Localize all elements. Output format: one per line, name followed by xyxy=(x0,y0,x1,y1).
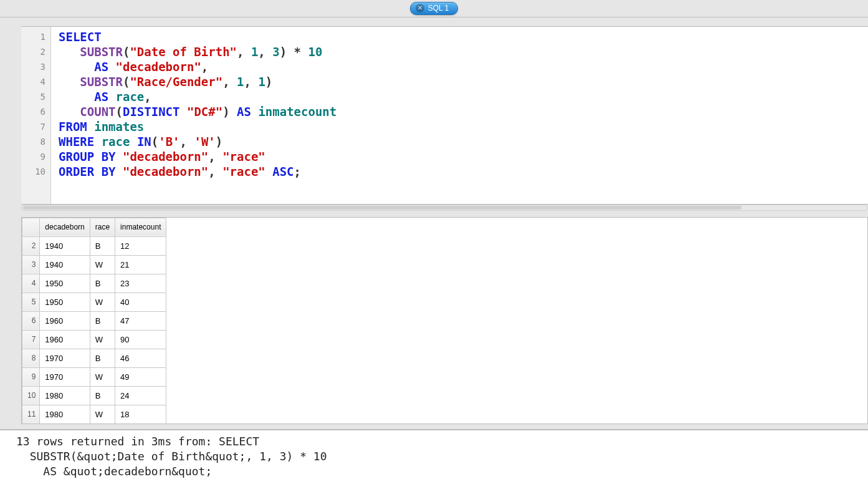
cell[interactable]: 46 xyxy=(115,349,166,367)
cell[interactable]: 1980 xyxy=(40,386,90,405)
row-number: 4 xyxy=(22,274,40,293)
cell[interactable]: 23 xyxy=(115,274,166,293)
tab-label: SQL 1 xyxy=(428,4,449,12)
table-row[interactable]: 91970W49 xyxy=(22,367,166,386)
row-number: 2 xyxy=(22,236,40,255)
cell[interactable]: 18 xyxy=(115,405,166,423)
line-number: 5 xyxy=(21,89,45,104)
line-number: 3 xyxy=(21,59,45,74)
column-header[interactable]: inmatecount xyxy=(115,218,166,236)
table-row[interactable]: 41950B23 xyxy=(22,274,166,293)
line-number: 4 xyxy=(21,74,45,89)
tab-sql1[interactable]: ✕ SQL 1 xyxy=(410,2,459,15)
column-header[interactable]: race xyxy=(90,218,115,236)
results-table[interactable]: decadebornraceinmatecount21940B1231940W2… xyxy=(22,218,166,424)
table-row[interactable]: 61960B47 xyxy=(22,311,166,330)
cell[interactable]: 49 xyxy=(115,367,166,386)
sql-editor[interactable]: 12345678910 SELECT SUBSTR("Date of Birth… xyxy=(21,26,868,205)
cell[interactable]: W xyxy=(90,293,115,311)
table-row[interactable]: 31940W21 xyxy=(22,255,166,274)
row-number-header xyxy=(22,218,40,236)
line-number: 9 xyxy=(21,149,45,164)
close-icon[interactable]: ✕ xyxy=(416,4,424,12)
row-number: 9 xyxy=(22,367,40,386)
cell[interactable]: 1960 xyxy=(40,311,90,330)
cell[interactable]: 21 xyxy=(115,255,166,274)
cell[interactable]: 1970 xyxy=(40,349,90,367)
table-row[interactable]: 51950W40 xyxy=(22,293,166,311)
cell[interactable]: 1960 xyxy=(40,330,90,349)
line-number: 2 xyxy=(21,44,45,59)
cell[interactable]: B xyxy=(90,349,115,367)
line-number: 8 xyxy=(21,134,45,149)
cell[interactable]: 40 xyxy=(115,293,166,311)
line-number: 7 xyxy=(21,119,45,134)
cell[interactable]: W xyxy=(90,367,115,386)
code-line: COUNT(DISTINCT "DC#") AS inmatecount xyxy=(59,104,861,119)
table-row[interactable]: 101980B24 xyxy=(22,386,166,405)
line-number: 10 xyxy=(21,164,45,179)
code-line: AS "decadeborn", xyxy=(59,59,861,74)
cell[interactable]: B xyxy=(90,386,115,405)
row-number: 8 xyxy=(22,349,40,367)
status-output: 13 rows returned in 3ms from: SELECT SUB… xyxy=(0,429,868,479)
cell[interactable]: W xyxy=(90,330,115,349)
results-pane: decadebornraceinmatecount21940B1231940W2… xyxy=(21,217,868,424)
table-row[interactable]: 21940B12 xyxy=(22,236,166,255)
cell[interactable]: 1940 xyxy=(40,236,90,255)
cell[interactable]: 1940 xyxy=(40,255,90,274)
code-line: WHERE race IN('B', 'W') xyxy=(59,134,861,149)
cell[interactable]: 90 xyxy=(115,330,166,349)
row-number: 10 xyxy=(22,386,40,405)
cell[interactable]: B xyxy=(90,274,115,293)
code-line: GROUP BY "decadeborn", "race" xyxy=(59,149,861,164)
code-line: ORDER BY "decadeborn", "race" ASC; xyxy=(59,164,861,179)
table-row[interactable]: 111980W18 xyxy=(22,405,166,423)
code-line: AS race, xyxy=(59,89,861,104)
row-number: 7 xyxy=(22,330,40,349)
horizontal-scrollbar[interactable] xyxy=(21,205,868,211)
cell[interactable]: 1970 xyxy=(40,367,90,386)
sql-editor-pane: 12345678910 SELECT SUBSTR("Date of Birth… xyxy=(0,26,868,211)
cell[interactable]: 47 xyxy=(115,311,166,330)
row-number: 11 xyxy=(22,405,40,423)
row-number: 3 xyxy=(22,255,40,274)
code-line: FROM inmates xyxy=(59,119,861,134)
row-number: 6 xyxy=(22,311,40,330)
cell[interactable]: B xyxy=(90,311,115,330)
code-line: SUBSTR("Race/Gender", 1, 1) xyxy=(59,74,861,89)
table-row[interactable]: 81970B46 xyxy=(22,349,166,367)
tab-bar: ✕ SQL 1 xyxy=(0,0,868,17)
scrollbar-thumb[interactable] xyxy=(23,206,742,210)
line-number: 1 xyxy=(21,29,45,44)
code-line: SUBSTR("Date of Birth", 1, 3) * 10 xyxy=(59,44,861,59)
cell[interactable]: W xyxy=(90,405,115,423)
line-number: 6 xyxy=(21,104,45,119)
cell[interactable]: W xyxy=(90,255,115,274)
code-area[interactable]: SELECT SUBSTR("Date of Birth", 1, 3) * 1… xyxy=(51,27,868,204)
cell[interactable]: 12 xyxy=(115,236,166,255)
table-row[interactable]: 71960W90 xyxy=(22,330,166,349)
cell[interactable]: 1950 xyxy=(40,274,90,293)
code-line: SELECT xyxy=(59,29,861,44)
row-number: 5 xyxy=(22,293,40,311)
column-header[interactable]: decadeborn xyxy=(40,218,90,236)
cell[interactable]: B xyxy=(90,236,115,255)
cell[interactable]: 24 xyxy=(115,386,166,405)
cell[interactable]: 1980 xyxy=(40,405,90,423)
line-gutter: 12345678910 xyxy=(21,27,51,204)
cell[interactable]: 1950 xyxy=(40,293,90,311)
